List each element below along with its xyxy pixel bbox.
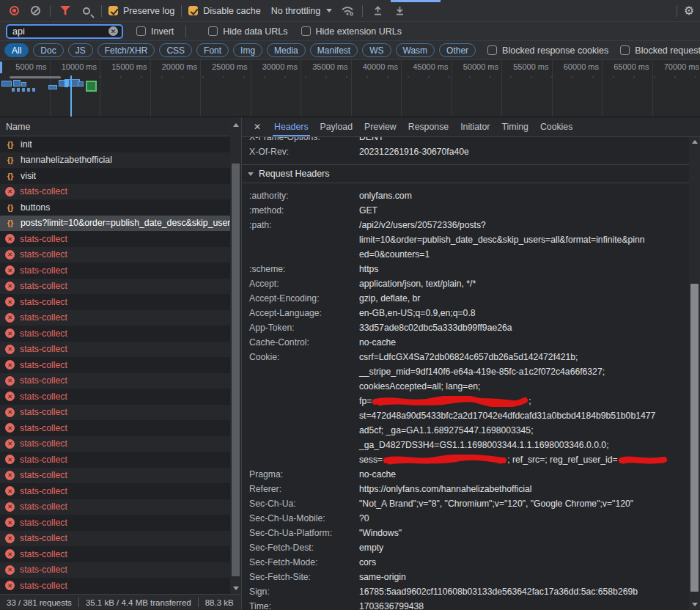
request-row[interactable]: {} ✕ stats-collect <box>0 546 230 562</box>
detail-tab[interactable]: Timing <box>501 117 528 136</box>
request-row[interactable]: {} ✕ stats-collect <box>0 483 230 499</box>
request-row[interactable]: {} ✕ stats-collect <box>0 262 230 279</box>
checkbox-unchecked[interactable] <box>620 45 630 55</box>
request-name: stats-collect <box>20 186 67 196</box>
checkbox-unchecked[interactable] <box>208 26 218 36</box>
clear-filter-icon[interactable]: ✕ <box>108 26 118 36</box>
header-line: Cache-Control: no-cache <box>242 335 689 350</box>
blocked-requests-checkbox[interactable]: Blocked requests <box>620 45 700 56</box>
request-headers-section-header[interactable]: Request Headers <box>242 164 689 183</box>
request-row[interactable]: {} ✕ stats-collect <box>0 515 230 531</box>
request-row[interactable]: {} ✕ stats-collect <box>0 578 230 594</box>
checkbox-unchecked[interactable] <box>487 45 497 55</box>
request-row[interactable]: {} ✕ stats-collect <box>0 231 230 247</box>
header-value: _ga_D4827DS3H4=GS1.1.1698003344.1.1.1698… <box>359 438 689 452</box>
request-row[interactable]: {} ✕ stats-collect <box>0 247 230 263</box>
request-row[interactable]: {} ✕ visit <box>0 168 230 184</box>
type-filter-pill[interactable]: WS <box>362 43 391 57</box>
blocked-response-cookies-checkbox[interactable]: Blocked response cookies <box>487 45 608 56</box>
request-row[interactable]: {} ✕ stats-collect <box>0 184 230 200</box>
preserve-log-label: Preserve log <box>123 6 174 16</box>
error-icon: ✕ <box>5 502 15 512</box>
request-row[interactable]: {} ✕ stats-collect <box>0 373 230 389</box>
detail-tab[interactable]: Initiator <box>460 117 490 136</box>
request-row[interactable]: {} ✕ stats-collect <box>0 436 230 452</box>
detail-tab[interactable]: Payload <box>320 117 353 136</box>
scroll-down-icon[interactable] <box>692 603 698 606</box>
checkbox-unchecked[interactable] <box>136 26 146 36</box>
detail-tab[interactable]: Headers <box>274 117 308 136</box>
request-row[interactable]: {} ✕ stats-collect <box>0 279 230 295</box>
search-icon[interactable] <box>78 3 95 19</box>
checkbox-checked[interactable] <box>188 6 198 15</box>
type-filter-pill[interactable]: All <box>4 43 29 57</box>
request-row[interactable]: {} ✕ stats-collect <box>0 342 230 358</box>
scrollbar-thumb[interactable] <box>690 284 699 592</box>
type-filter-pill[interactable]: Wasm <box>396 43 435 57</box>
scroll-up-icon[interactable] <box>233 123 239 127</box>
divider <box>181 5 182 17</box>
selection-handle[interactable] <box>0 62 2 73</box>
scrollbar-thumb[interactable] <box>232 163 240 576</box>
request-name: stats-collect <box>20 455 67 465</box>
timeline-column: 60000 ms <box>553 60 603 117</box>
request-row[interactable]: {} ✕ hannahelizabethofficial <box>0 152 230 169</box>
type-filter-pill[interactable]: Font <box>196 43 229 57</box>
request-row[interactable]: {} ✕ stats-collect <box>0 294 230 310</box>
throttling-dropdown[interactable]: No throttling <box>271 6 332 16</box>
type-filter-pill[interactable]: Media <box>267 43 306 57</box>
hide-data-urls-checkbox[interactable]: Hide data URLs <box>208 26 287 37</box>
type-filter-pill[interactable]: Doc <box>33 43 63 57</box>
record-button[interactable] <box>6 3 22 19</box>
checkbox-checked[interactable] <box>108 6 118 15</box>
timeline-overview[interactable]: 5000 ms10000 ms15000 ms20000 ms25000 ms3… <box>0 60 700 117</box>
hide-extension-urls-checkbox[interactable]: Hide extension URLs <box>301 26 402 37</box>
request-row[interactable]: {} ✕ posts?limit=10&order=publish_date_d… <box>0 216 230 232</box>
request-row[interactable]: {} ✕ stats-collect <box>0 389 230 405</box>
request-row[interactable]: {} ✕ init <box>0 136 230 152</box>
export-har-icon[interactable] <box>391 3 408 19</box>
header-name: Accept-Encoding: <box>242 291 359 306</box>
type-filter-pill[interactable]: CSS <box>159 43 192 57</box>
request-row[interactable]: {} ✕ stats-collect <box>0 326 230 342</box>
request-name: stats-collect <box>20 344 67 354</box>
requests-scrollbar[interactable] <box>230 117 241 594</box>
type-filter-pill[interactable]: Other <box>439 43 476 57</box>
request-name: stats-collect <box>20 486 67 496</box>
close-icon[interactable]: ✕ <box>254 122 261 132</box>
disable-cache-checkbox[interactable]: Disable cache <box>188 6 261 16</box>
type-filter-pill[interactable]: JS <box>68 43 93 57</box>
invert-checkbox[interactable]: Invert <box>136 26 174 37</box>
request-row[interactable]: {} ✕ stats-collect <box>0 452 230 468</box>
request-row[interactable]: {} ✕ stats-collect <box>0 357 230 373</box>
network-conditions-icon[interactable] <box>339 3 355 19</box>
detail-tab[interactable]: Response <box>408 117 449 136</box>
request-row[interactable]: {} ✕ stats-collect <box>0 499 230 515</box>
request-row[interactable]: {} ✕ stats-collect <box>0 420 230 436</box>
request-row[interactable]: {} ✕ stats-collect <box>0 562 230 578</box>
settings-gear-icon[interactable]: ⚙ <box>684 5 694 17</box>
throttling-value: No throttling <box>271 6 320 16</box>
scroll-up-icon[interactable] <box>692 140 698 144</box>
request-row[interactable]: {} ✕ stats-collect <box>0 405 230 421</box>
header-value: same-origin <box>359 570 689 584</box>
name-column-header[interactable]: Name <box>0 117 241 136</box>
type-filter-pill[interactable]: Fetch/XHR <box>97 43 155 57</box>
scroll-down-icon[interactable] <box>233 587 239 590</box>
type-filter-pill[interactable]: Img <box>233 43 262 57</box>
request-row[interactable]: {} ✕ buttons <box>0 199 230 216</box>
import-har-icon[interactable] <box>369 3 386 19</box>
detail-tab[interactable]: Cookies <box>540 117 572 136</box>
header-value: /api2/v2/users/20572336/posts? <box>359 218 689 232</box>
clear-button[interactable] <box>27 3 43 19</box>
detail-tab[interactable]: Preview <box>364 117 397 136</box>
filter-input[interactable]: api ✕ <box>6 24 123 39</box>
filter-icon[interactable] <box>57 3 73 19</box>
request-row[interactable]: {} ✕ stats-collect <box>0 531 230 547</box>
request-row[interactable]: {} ✕ stats-collect <box>0 310 230 326</box>
type-filter-pill[interactable]: Manifest <box>310 43 358 57</box>
preserve-log-checkbox[interactable]: Preserve log <box>108 6 174 16</box>
request-row[interactable]: {} ✕ stats-collect <box>0 468 230 484</box>
headers-scrollbar[interactable] <box>689 137 700 610</box>
checkbox-unchecked[interactable] <box>301 26 311 36</box>
